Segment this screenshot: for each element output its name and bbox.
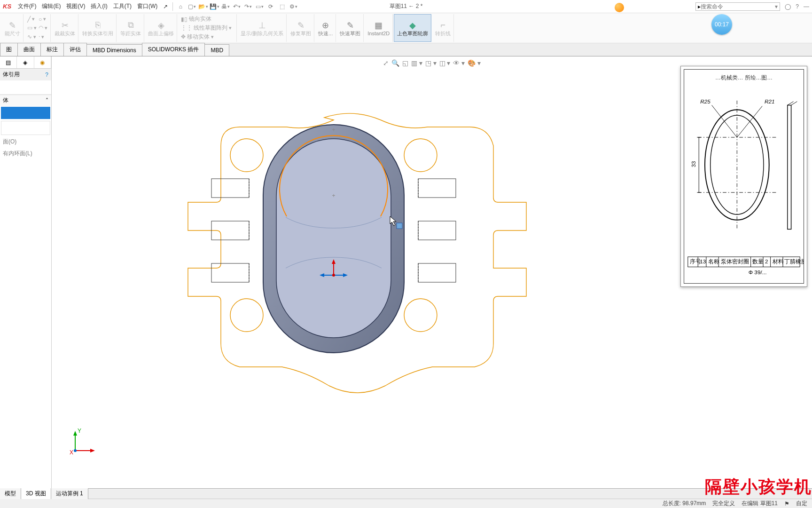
status-length: 总长度: 98.97mm [663, 500, 706, 508]
main-area: ▤ ◈ ◉ 体引用 ? 体 ˄ 面(O) 有内环面(L) ▸ ⬢ 2 (默认) … [0, 56, 812, 488]
tab-solidworks-addin[interactable]: SOLIDWORKS 插件 [142, 43, 205, 56]
ribbon-quick-sketch[interactable]: ✎快速草图 [337, 14, 364, 42]
reference-drawing-panel[interactable]: …机械类… 所绘…图… R25 R21 33 [680, 66, 807, 287]
line-icon: ╱ [27, 16, 31, 23]
minimize-icon[interactable]: ― [804, 3, 809, 10]
tab-surface[interactable]: 曲面 [17, 43, 41, 56]
fm-tab-2[interactable]: ◈ [17, 56, 34, 68]
btab-motion[interactable]: 运动算例 1 [51, 488, 88, 499]
menu-tools[interactable]: 工具(T) [113, 2, 132, 10]
ribbon-shaded-sketch[interactable]: ◆上色草图轮廓 [394, 14, 431, 42]
menu-view[interactable]: 视图(V) [66, 2, 85, 10]
svg-text:Y: Y [78, 428, 81, 434]
rect-icon: ▭ [27, 24, 32, 31]
command-tabs: 图 曲面 标注 评估 MBD Dimensions SOLIDWORKS 插件 … [0, 43, 812, 56]
menu-edit[interactable]: 编辑(E) [42, 2, 61, 10]
tab-mbd-dimensions[interactable]: MBD Dimensions [86, 44, 142, 56]
ribbon-display-relations[interactable]: ⊥显示/删除几何关系 [238, 14, 287, 42]
svg-text:Φ 39/...: Φ 39/... [749, 269, 767, 275]
panel-section-header[interactable]: 体 ˄ [0, 95, 51, 106]
panel-selection-box[interactable] [1, 107, 50, 119]
status-bar: 总长度: 98.97mm 完全定义 在编辑 草图11 ⚑ 自定 [0, 499, 812, 508]
panel-inner-loop[interactable]: 有内环面(L) [0, 148, 51, 159]
fm-tab-3[interactable]: ◉ [34, 56, 51, 68]
svg-point-0 [230, 139, 263, 172]
rebuild-icon[interactable]: ⟳ [266, 2, 275, 11]
svg-line-40 [737, 106, 762, 137]
search-box[interactable]: ▸ ▾ [695, 2, 780, 11]
menu-insert[interactable]: 插入(I) [91, 2, 107, 10]
panel-face-option[interactable]: 面(O) [0, 136, 51, 148]
chevron-up-icon: ˄ [46, 97, 48, 104]
ribbon-instant2d[interactable]: ▦Instant2D [365, 14, 393, 42]
svg-text:名称: 名称 [708, 258, 719, 264]
select-icon[interactable]: ▭▾ [255, 2, 264, 11]
svg-rect-6 [211, 263, 249, 282]
watermark-text: 隔壁小孩学机 [705, 476, 812, 499]
fm-tab-1[interactable]: ▤ [0, 56, 17, 68]
search-dd-icon[interactable]: ▾ [775, 3, 778, 10]
svg-point-2 [230, 299, 263, 332]
svg-text:+: + [332, 192, 335, 199]
ribbon-quick-snap[interactable]: ⊕快速... [315, 14, 336, 42]
notification-orb-icon[interactable] [615, 3, 624, 12]
ribbon-offset[interactable]: ⧉等距实体 [117, 14, 144, 42]
ribbon-trim[interactable]: ✂裁裁实体 [52, 14, 78, 42]
redo-icon[interactable]: ↷▾ [244, 2, 252, 11]
ribbon-inflection[interactable]: ⌐转折线 [432, 14, 454, 42]
svg-marker-30 [90, 449, 95, 452]
tab-evaluate[interactable]: 评估 [63, 43, 87, 56]
svg-text:+: + [332, 127, 335, 133]
open-icon[interactable]: 📂▾ [199, 2, 207, 11]
ribbon-convert[interactable]: ⎘转换实体引用 [79, 14, 117, 42]
user-icon[interactable]: ◯ [785, 3, 791, 10]
svg-point-24 [332, 274, 335, 277]
status-custom[interactable]: 自定 [796, 500, 807, 508]
options-icon[interactable]: ⬚ [278, 2, 286, 11]
status-editing: 在编辑 草图11 [742, 500, 778, 508]
document-title: 草图11 ← 2 * [390, 2, 423, 10]
svg-text:2: 2 [765, 258, 768, 264]
spline-icon: ∿ [27, 33, 32, 40]
svg-point-3 [404, 299, 437, 332]
settings-icon[interactable]: ⚙▾ [289, 2, 297, 11]
help-icon[interactable]: ? [796, 3, 799, 10]
viewport[interactable]: ⤢ 🔍 ◱ ▥ ▾ ◳ ▾ ◫ ▾ 👁 ▾ 🎨 ▾ [52, 56, 812, 488]
btab-model[interactable]: 模型 [0, 488, 21, 499]
home-icon[interactable]: ⌂ [176, 2, 185, 11]
tab-mbd[interactable]: MBD [204, 44, 229, 56]
svg-text:13: 13 [700, 258, 706, 264]
timer-badge[interactable]: 00:17 [711, 14, 732, 35]
ribbon-smart-dimension[interactable]: ✎能尺寸 [2, 14, 23, 42]
menu-more-icon[interactable]: ↗ [163, 3, 168, 10]
point-icon: ᐧ [39, 33, 40, 40]
tab-sketch[interactable]: 图 [0, 43, 18, 56]
ribbon-line-tools[interactable]: ╱▾ ○▾ ▭▾ ◠▾ ∿▾ ᐧ▾ [24, 14, 51, 42]
save-icon[interactable]: 💾▾ [210, 2, 219, 11]
tab-annotate[interactable]: 标注 [40, 43, 64, 56]
search-input[interactable] [701, 3, 775, 10]
bottom-tabs: 模型 3D 视图 运动算例 1 [0, 488, 812, 499]
menu-window[interactable]: 窗口(W) [137, 2, 157, 10]
svg-text:序号: 序号 [690, 258, 701, 264]
view-triad: Y X [66, 427, 99, 460]
svg-marker-27 [73, 431, 77, 436]
status-flag-icon[interactable]: ⚑ [784, 500, 789, 507]
ribbon: ✎能尺寸 ╱▾ ○▾ ▭▾ ◠▾ ∿▾ ᐧ▾ ✂裁裁实体 ⎘转换实体引用 ⧉等距… [0, 13, 812, 43]
panel-help-icon[interactable]: ? [45, 71, 48, 78]
undo-icon[interactable]: ↶▾ [233, 2, 241, 11]
menu-bar: KS 文件(F) 编辑(E) 视图(V) 插入(I) 工具(T) 窗口(W) ↗… [0, 0, 812, 13]
ribbon-repair[interactable]: ✎修复草图 [288, 14, 314, 42]
svg-line-45 [788, 102, 794, 105]
print-icon[interactable]: 🖶▾ [221, 2, 230, 11]
pattern-icon: ⋮⋮ [181, 24, 192, 31]
new-icon[interactable]: ▢▾ [187, 2, 196, 11]
sketch-canvas: + + [146, 61, 569, 419]
menu-file[interactable]: 文件(F) [18, 2, 36, 10]
btab-3d-view[interactable]: 3D 视图 [21, 488, 51, 499]
feature-manager: ▤ ◈ ◉ 体引用 ? 体 ˄ 面(O) 有内环面(L) [0, 56, 52, 488]
ribbon-offset-surface[interactable]: ◈曲面上偏移 [145, 14, 177, 42]
svg-line-46 [791, 102, 797, 105]
ribbon-mirror-group[interactable]: ▮▯镜向实体 ⋮⋮线性草图阵列▾ ✥移动实体▾ [178, 14, 237, 42]
svg-rect-7 [418, 179, 456, 198]
